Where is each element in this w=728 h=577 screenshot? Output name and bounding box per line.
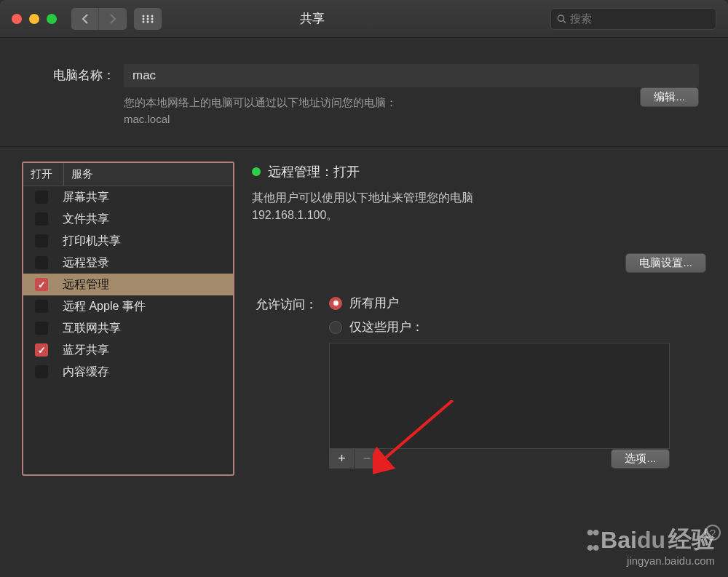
search-field[interactable] — [550, 8, 716, 30]
search-input[interactable] — [570, 12, 710, 25]
svg-point-0 — [143, 15, 145, 17]
svg-point-5 — [151, 17, 154, 20]
svg-point-1 — [147, 15, 149, 17]
service-checkbox[interactable] — [35, 343, 48, 357]
service-row[interactable]: 文件共享 — [23, 208, 233, 230]
options-button[interactable]: 选项... — [611, 449, 670, 469]
computer-settings-button[interactable]: 电脑设置... — [625, 253, 706, 273]
svg-point-4 — [147, 17, 149, 20]
service-checkbox[interactable] — [35, 300, 48, 313]
computer-name-label: 电脑名称： — [29, 64, 124, 87]
svg-line-10 — [563, 20, 566, 23]
status-row: 远程管理：打开 — [252, 163, 706, 180]
header-on: 打开 — [23, 163, 64, 186]
titlebar: 共享 — [0, 0, 728, 38]
back-button[interactable] — [71, 8, 99, 30]
service-label: 打印机共享 — [63, 234, 121, 249]
service-checkbox[interactable] — [35, 278, 48, 291]
computer-name-input[interactable] — [124, 64, 699, 87]
service-label: 蓝牙共享 — [63, 343, 109, 358]
show-all-button[interactable] — [134, 8, 162, 30]
window-controls — [12, 14, 57, 24]
window-title: 共享 — [162, 10, 463, 27]
users-list[interactable] — [329, 343, 670, 449]
edit-button[interactable]: 编辑... — [640, 87, 699, 107]
service-checkbox[interactable] — [35, 365, 48, 378]
svg-point-9 — [558, 15, 563, 20]
service-row[interactable]: 内容缓存 — [23, 361, 233, 383]
service-label: 远程管理 — [63, 277, 109, 293]
access-section: 允许访问： 所有用户 仅这些用户： + − 选项... — [252, 295, 706, 469]
service-checkbox[interactable] — [35, 256, 48, 269]
watermark: ●●●● Baidu 经验 jingyan.baidu.com — [586, 524, 715, 567]
status-text: 远程管理：打开 — [268, 163, 360, 180]
add-user-button[interactable]: + — [330, 449, 355, 468]
service-label: 内容缓存 — [63, 365, 109, 380]
service-label: 远程 Apple 事件 — [63, 299, 146, 314]
service-row[interactable]: 屏幕共享 — [23, 186, 233, 208]
service-checkbox[interactable] — [35, 234, 48, 247]
close-icon[interactable] — [12, 14, 22, 24]
service-checkbox[interactable] — [35, 212, 48, 226]
forward-button[interactable] — [99, 8, 127, 30]
service-label: 屏幕共享 — [63, 190, 109, 205]
service-row[interactable]: 远程管理 — [23, 274, 233, 295]
computer-name-hint: 您的本地网络上的电脑可以通过以下地址访问您的电脑： mac.local — [124, 95, 397, 127]
header-service: 服务 — [64, 163, 233, 186]
service-row[interactable]: 打印机共享 — [23, 230, 233, 252]
service-checkbox[interactable] — [35, 322, 48, 335]
add-remove-buttons: + − — [329, 449, 380, 469]
status-on-icon — [252, 167, 261, 176]
svg-point-7 — [147, 20, 149, 23]
detail-panel: 远程管理：打开 其他用户可以使用以下地址来管理您的电脑 192.168.1.10… — [252, 162, 706, 476]
maximize-icon[interactable] — [47, 14, 57, 24]
svg-point-8 — [151, 20, 154, 23]
service-checkbox[interactable] — [35, 191, 48, 204]
radio-icon — [329, 297, 342, 310]
status-description: 其他用户可以使用以下地址来管理您的电脑 192.168.1.100。 — [252, 189, 706, 224]
search-icon — [557, 14, 566, 24]
service-row[interactable]: 蓝牙共享 — [23, 339, 233, 361]
radio-all-users[interactable]: 所有用户 — [329, 295, 670, 311]
service-row[interactable]: 远程 Apple 事件 — [23, 295, 233, 317]
computer-name-section: 电脑名称： 您的本地网络上的电脑可以通过以下地址访问您的电脑： mac.loca… — [0, 38, 728, 147]
remove-user-button[interactable]: − — [355, 449, 379, 468]
svg-point-6 — [143, 20, 145, 23]
svg-point-2 — [151, 15, 154, 17]
minimize-icon[interactable] — [29, 14, 39, 24]
radio-only-users[interactable]: 仅这些用户： — [329, 319, 670, 335]
services-header: 打开 服务 — [23, 163, 233, 186]
access-label: 允许访问： — [252, 295, 317, 469]
svg-point-3 — [143, 17, 145, 20]
service-label: 互联网共享 — [63, 321, 121, 336]
nav-buttons — [71, 8, 127, 30]
service-label: 文件共享 — [63, 212, 109, 227]
services-list: 打开 服务 屏幕共享文件共享打印机共享远程登录远程管理远程 Apple 事件互联… — [22, 162, 234, 476]
sharing-section: 打开 服务 屏幕共享文件共享打印机共享远程登录远程管理远程 Apple 事件互联… — [0, 147, 728, 490]
service-row[interactable]: 远程登录 — [23, 252, 233, 274]
service-label: 远程登录 — [63, 255, 109, 271]
radio-icon — [329, 321, 342, 334]
service-row[interactable]: 互联网共享 — [23, 317, 233, 339]
